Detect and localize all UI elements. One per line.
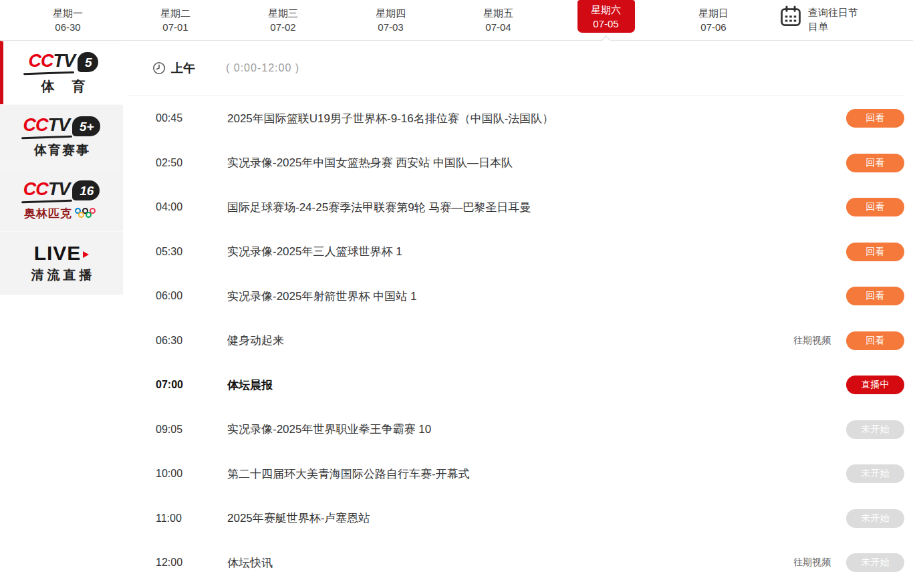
schedule-row: 06:30 健身动起来 往期视频 回看 [123,319,913,363]
date-tab-date: 07-05 [577,17,635,31]
date-tab-weekday: 星期五 [483,6,513,20]
date-tab[interactable]: 星期四 07-03 [337,0,444,40]
calendar-lookup-button[interactable]: 查询往日节目单 [779,5,862,33]
page: { "colors": { "accent_red": "#d20a14", "… [0,0,913,588]
channel-brand-red: CC [23,180,48,198]
program-title: 体坛快讯 [227,555,793,571]
schedule-row: 11:00 2025年赛艇世界杯-卢塞恩站 未开始 [123,496,913,541]
channel-subtitle: 体育赛事 [34,142,90,159]
date-tab[interactable]: 星期三 07-02 [229,0,337,40]
channel-subtitle-row: 奥林匹克 [24,206,99,221]
action-button[interactable]: 回看 [846,243,904,261]
channel-number-badge: 5 [78,52,98,72]
channel-brand-dark: TV [53,52,75,70]
date-tab[interactable]: 星期二 07-01 [122,0,229,40]
program-time: 07:00 [156,379,227,391]
action-button[interactable]: 回看 [846,109,904,128]
sidebar-item-channel[interactable]: CC TV 16 奥林匹克 [0,168,123,231]
program-title: 实况录像-2025年三人篮球世界杯 1 [227,244,846,259]
channel-brand-dark: LIVE [34,243,82,263]
date-tabs: 星期一 06-30 星期二 07-01 星期三 07-02 [14,0,913,40]
olympic-rings-icon [75,208,99,219]
logo-underline [21,135,72,139]
program-title: 健身动起来 [227,333,793,348]
action-button[interactable]: 回看 [846,198,904,216]
date-tab-date: 07-04 [483,20,513,34]
channel-brand-red: CC [28,52,53,70]
schedule-row: 00:45 2025年国际篮联U19男子世界杯-9-16名排位赛（中国队-法国队… [123,96,913,141]
sidebar-item-channel[interactable]: CC TV 5 体育 [0,41,123,104]
history-video-label: 往期视频 [793,557,831,569]
channel-subtitle: 体育 [41,78,103,96]
channel-number-badge: 16 [72,180,100,200]
program-title: 2025年国际篮联U19男子世界杯-9-16名排位赛（中国队-法国队） [227,111,846,126]
channel-subtitle: 奥林匹克 [24,206,72,221]
schedule-row: 12:00 体坛快讯 往期视频 未开始 [123,541,913,585]
action-button[interactable]: 直播中 [846,376,904,394]
date-tab-inner: 星期一 06-30 [53,6,83,34]
date-tab-inner: 星期六 07-05 [577,0,635,33]
channel-subtitle-row: 清流直播 [31,267,92,284]
date-tab-weekday: 星期一 [53,6,83,20]
schedule-row: 09:05 实况录像-2025年世界职业拳王争霸赛 10 未开始 [123,408,913,452]
date-tab-weekday: 星期日 [698,6,729,20]
channel-logo: LIVE [34,243,90,263]
date-tab[interactable]: 星期六 07-05 [552,0,660,40]
date-tab-weekday: 星期四 [376,6,406,20]
schedule-row: 05:30 实况录像-2025年三人篮球世界杯 1 回看 [123,230,913,275]
program-time: 10:00 [156,468,227,480]
schedule-row: 02:50 实况录像-2025年中国女篮热身赛 西安站 中国队—日本队 回看 [123,141,913,186]
program-time: 00:45 [156,112,227,124]
channel-number-badge: 5+ [72,116,100,136]
date-tab[interactable]: 星期五 07-04 [444,0,552,40]
action-button[interactable]: 未开始 [846,464,904,483]
program-time: 09:05 [156,424,227,436]
action-button[interactable]: 未开始 [846,553,904,572]
date-tabbar: 星期一 06-30 星期二 07-01 星期三 07-02 [0,0,913,41]
channel-brand-dark: TV [47,116,70,134]
program-time: 12:00 [156,557,227,569]
program-title: 实况录像-2025年射箭世界杯 中国站 1 [227,289,846,304]
date-tab-date: 07-01 [160,20,190,34]
calendar-icon [779,5,802,30]
sidebar-item-channel[interactable]: CC TV 5+ 体育赛事 [0,104,123,168]
action-button[interactable]: 未开始 [846,420,904,439]
clock-icon [152,61,166,75]
date-tab-date: 07-06 [698,20,729,34]
date-tab-inner: 星期五 07-04 [483,6,513,34]
schedule-row: 10:00 第二十四届环大美青海国际公路自行车赛-开幕式 未开始 [123,452,913,496]
date-tab-weekday: 星期二 [160,6,190,20]
date-tab-weekday: 星期六 [577,3,635,17]
schedule-row: 06:00 实况录像-2025年射箭世界杯 中国站 1 回看 [123,274,913,319]
date-tab-inner: 星期日 07-06 [698,6,729,34]
period-range: ( 0:00-12:00 ) [226,62,299,74]
program-list: 00:45 2025年国际篮联U19男子世界杯-9-16名排位赛（中国队-法国队… [123,96,913,585]
date-tab-date: 06-30 [53,20,83,34]
period-header: 上午 ( 0:00-12:00 ) [129,41,904,96]
action-button[interactable]: 回看 [846,331,904,350]
date-tab-inner: 星期四 07-03 [376,6,406,34]
program-title: 第二十四届环大美青海国际公路自行车赛-开幕式 [227,466,846,482]
program-time: 05:30 [156,246,227,258]
program-title: 2025年赛艇世界杯-卢塞恩站 [227,510,846,526]
period-label: 上午 [171,60,195,76]
channel-subtitle: 清流直播 [31,267,96,284]
channel-logo: CC TV 5+ [23,114,100,134]
calendar-lookup-label: 查询往日节目单 [808,5,862,33]
program-title: 国际足球赛场-24-25赛季法甲联赛第9轮 马赛—巴黎圣日耳曼 [227,200,846,215]
action-button[interactable]: 回看 [846,287,904,305]
sidebar-item-channel[interactable]: LIVE 清流直播 [0,231,123,295]
date-tab-inner: 星期二 07-01 [160,6,190,34]
action-button[interactable]: 回看 [846,154,904,172]
history-video-label: 往期视频 [793,335,831,347]
logo-underline [23,71,74,76]
channel-logo: CC TV 5 [28,50,98,70]
program-title: 实况录像-2025年中国女篮热身赛 西安站 中国队—日本队 [227,155,846,170]
date-tab[interactable]: 星期日 07-06 [660,0,767,40]
date-tab-date: 07-02 [268,20,298,34]
program-time: 06:30 [156,335,227,347]
schedule-row: 07:00 体坛晨报 直播中 [123,363,913,408]
program-title: 实况录像-2025年世界职业拳王争霸赛 10 [227,422,846,437]
date-tab[interactable]: 星期一 06-30 [14,0,122,40]
action-button[interactable]: 未开始 [846,509,904,528]
